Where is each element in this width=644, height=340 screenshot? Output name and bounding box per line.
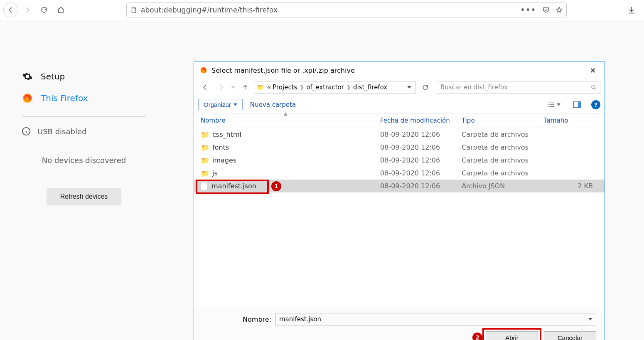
refresh-folder-button[interactable] bbox=[419, 81, 432, 94]
folder-row[interactable]: 📁fonts08-09-2020 12:06Carpeta de archivo… bbox=[194, 141, 605, 154]
file-name: css_html bbox=[212, 131, 241, 138]
page-body: Setup This Firefox USB disabled No devic… bbox=[0, 20, 644, 340]
dialog-title: Select manifest.json file or .xpi/.zip a… bbox=[211, 67, 355, 74]
organize-label: Organizar bbox=[204, 101, 231, 108]
gear-icon bbox=[22, 71, 33, 82]
debugging-sidebar: Setup This Firefox USB disabled No devic… bbox=[0, 66, 150, 205]
url-text: about:debugging#/runtime/this-firefox bbox=[141, 6, 517, 14]
svg-point-5 bbox=[592, 85, 595, 89]
folder-search-input[interactable]: Buscar en dist_firefox bbox=[437, 81, 600, 94]
dialog-titlebar: Select manifest.json file or .xpi/.zip a… bbox=[194, 62, 605, 79]
file-row[interactable]: manifest.json08-09-2020 12:06Archivo JSO… bbox=[194, 180, 605, 192]
meatball-menu-icon[interactable]: ••• bbox=[520, 6, 536, 14]
close-button[interactable]: ✕ bbox=[585, 66, 600, 75]
refresh-devices-button[interactable]: Refresh devices bbox=[47, 188, 121, 205]
callout-badge-1: 1 bbox=[271, 181, 281, 191]
organize-button[interactable]: Organizar bbox=[198, 99, 243, 110]
breadcrumb[interactable]: 📁 « Projects ❯ of_extractor ❯ dist_firef… bbox=[254, 81, 416, 94]
folder-icon: 📁 bbox=[201, 143, 208, 152]
nav-back-button[interactable] bbox=[198, 81, 212, 94]
col-header-date[interactable]: Fecha de modificación bbox=[380, 117, 462, 124]
file-date: 08-09-2020 12:06 bbox=[380, 131, 462, 138]
file-type: Carpeta de archivos bbox=[462, 143, 544, 151]
folder-row[interactable]: 📁css_html08-09-2020 12:06Carpeta de arch… bbox=[194, 128, 605, 141]
sort-caret-icon: ▲ bbox=[284, 111, 287, 116]
filename-value: manifest.json bbox=[279, 315, 321, 323]
breadcrumb-item[interactable]: Projects bbox=[273, 84, 297, 91]
file-name: js bbox=[212, 169, 218, 177]
sidebar-item-label: Setup bbox=[41, 71, 65, 81]
forward-button[interactable] bbox=[20, 2, 35, 17]
folder-icon: 📁 bbox=[257, 84, 265, 91]
file-open-dialog: Select manifest.json file or .xpi/.zip a… bbox=[194, 62, 605, 340]
preview-pane-button[interactable] bbox=[570, 101, 584, 108]
dialog-toolbar: Organizar Nueva carpeta ? bbox=[194, 96, 605, 113]
folder-icon: 📁 bbox=[201, 131, 208, 139]
cancel-button[interactable]: Cancelar bbox=[544, 331, 596, 340]
file-type: Carpeta de archivos bbox=[462, 169, 544, 177]
usb-status: USB disabled bbox=[22, 127, 150, 136]
bookmark-star-icon[interactable] bbox=[556, 6, 563, 14]
chevron-down-icon[interactable] bbox=[588, 317, 592, 321]
firefox-icon bbox=[22, 93, 33, 103]
svg-rect-14 bbox=[578, 102, 581, 108]
file-name: images bbox=[212, 156, 236, 164]
file-name: manifest.json bbox=[211, 182, 256, 190]
reload-button[interactable] bbox=[37, 2, 52, 17]
chevron-right-icon: ❯ bbox=[299, 84, 305, 90]
firefox-icon bbox=[200, 67, 207, 74]
file-type: Archivo JSON bbox=[462, 182, 544, 190]
nav-recent-dropdown[interactable] bbox=[230, 81, 236, 94]
no-devices-message: No devices discovered bbox=[22, 156, 146, 165]
svg-line-6 bbox=[595, 88, 596, 90]
file-size: 2 KB bbox=[544, 182, 600, 190]
page-identity-icon bbox=[130, 6, 138, 14]
file-list[interactable]: 1 📁css_html08-09-2020 12:06Carpeta de ar… bbox=[194, 128, 605, 307]
col-header-name[interactable]: Nombre bbox=[201, 117, 380, 124]
file-date: 08-09-2020 12:06 bbox=[380, 143, 462, 151]
sidebar-divider bbox=[22, 116, 146, 117]
file-type: Carpeta de archivos bbox=[462, 131, 544, 138]
folder-row[interactable]: 📁js08-09-2020 12:06Carpeta de archivos bbox=[194, 167, 605, 180]
search-icon bbox=[591, 84, 597, 90]
sidebar-item-this-firefox[interactable]: This Firefox bbox=[22, 87, 150, 109]
view-mode-button[interactable] bbox=[545, 101, 563, 108]
sidebar-item-setup[interactable]: Setup bbox=[22, 66, 150, 87]
file-name: fonts bbox=[212, 143, 229, 151]
help-button[interactable]: ? bbox=[591, 100, 600, 109]
downloads-icon[interactable] bbox=[627, 6, 641, 14]
filename-input[interactable]: manifest.json bbox=[275, 313, 596, 325]
chevron-right-icon: ❯ bbox=[346, 84, 351, 90]
file-date: 08-09-2020 12:06 bbox=[380, 156, 462, 164]
folder-icon: 📁 bbox=[201, 169, 208, 177]
new-folder-button[interactable]: Nueva carpeta bbox=[250, 101, 296, 108]
url-bar[interactable]: about:debugging#/runtime/this-firefox ••… bbox=[126, 2, 567, 17]
dialog-bottom: Nombre: manifest.json 2 Abrir Cancelar bbox=[194, 307, 605, 340]
home-button[interactable] bbox=[53, 2, 68, 17]
chevron-down-icon[interactable] bbox=[406, 85, 413, 89]
usb-status-label: USB disabled bbox=[37, 127, 86, 136]
nav-forward-button bbox=[214, 81, 228, 94]
file-icon bbox=[201, 182, 207, 190]
file-type: Carpeta de archivos bbox=[462, 156, 544, 164]
col-header-size[interactable]: Tamaño bbox=[544, 117, 600, 124]
dialog-nav: 📁 « Projects ❯ of_extractor ❯ dist_firef… bbox=[194, 79, 605, 96]
breadcrumb-item[interactable]: dist_firefox bbox=[353, 84, 387, 91]
file-date: 08-09-2020 12:06 bbox=[380, 169, 462, 177]
filename-label: Nombre: bbox=[240, 315, 271, 323]
back-button[interactable] bbox=[3, 2, 18, 17]
pocket-icon[interactable] bbox=[542, 6, 550, 14]
file-list-headers[interactable]: ▲ Nombre Fecha de modificación Tipo Tama… bbox=[194, 113, 605, 128]
col-header-type[interactable]: Tipo bbox=[462, 117, 544, 124]
nav-up-button[interactable] bbox=[238, 81, 252, 94]
sidebar-item-label: This Firefox bbox=[41, 93, 88, 103]
breadcrumb-ellipsis: « bbox=[267, 84, 271, 91]
file-date: 08-09-2020 12:06 bbox=[380, 182, 462, 190]
folder-icon: 📁 bbox=[201, 156, 208, 165]
folder-row[interactable]: 📁images08-09-2020 12:06Carpeta de archiv… bbox=[194, 154, 605, 167]
open-button[interactable]: Abrir bbox=[486, 331, 538, 340]
breadcrumb-item[interactable]: of_extractor bbox=[306, 84, 344, 91]
search-placeholder: Buscar en dist_firefox bbox=[440, 84, 508, 91]
callout-badge-2: 2 bbox=[472, 333, 482, 340]
info-icon bbox=[22, 127, 31, 136]
